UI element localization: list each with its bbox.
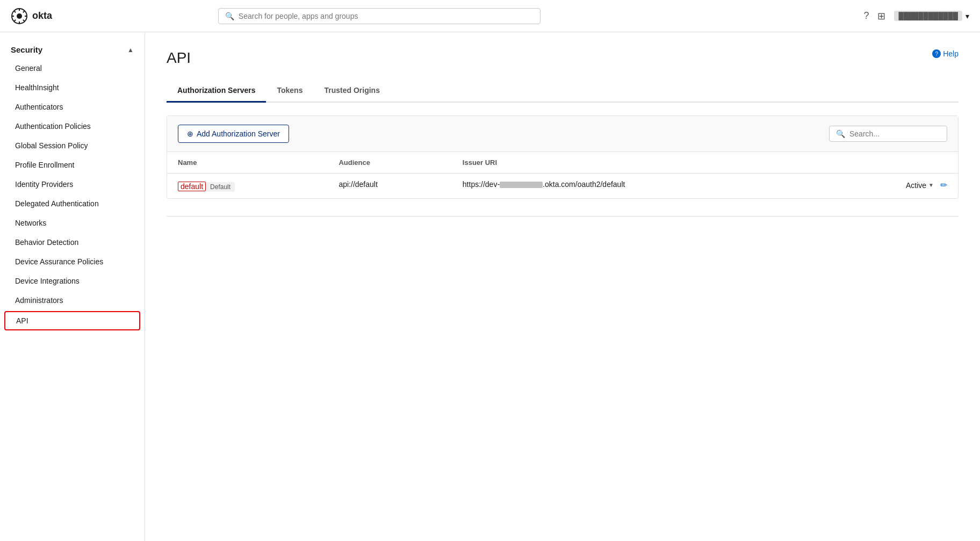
svg-line-6 [23, 19, 25, 21]
status-caret-icon: ▼ [928, 182, 934, 188]
okta-logo-icon [11, 8, 28, 25]
search-icon: 🔍 [225, 12, 234, 20]
col-name: Name [167, 152, 328, 174]
global-search[interactable]: 🔍 [218, 8, 541, 24]
col-status [829, 152, 958, 174]
sidebar-item-global-session-policy[interactable]: Global Session Policy [0, 136, 145, 155]
user-display-name: ████████████ [894, 11, 962, 21]
table-search[interactable]: 🔍 [829, 126, 947, 142]
cell-status: Active ▼ ✏ [829, 174, 958, 199]
sidebar-item-authenticators[interactable]: Authenticators [0, 97, 145, 117]
help-circle-icon: ? [932, 49, 941, 58]
table-area: ⊕ Add Authorization Server 🔍 Name Audien… [167, 116, 959, 199]
help-icon-button[interactable]: ? [863, 10, 869, 21]
status-cell: Active ▼ ✏ [840, 180, 947, 190]
tab-trusted-origins[interactable]: Trusted Origins [313, 80, 390, 103]
bottom-divider [167, 216, 959, 217]
sidebar-item-administrators[interactable]: Administrators [0, 291, 145, 310]
plus-icon: ⊕ [187, 129, 193, 138]
table-search-icon: 🔍 [836, 129, 845, 138]
tab-tokens[interactable]: Tokens [266, 80, 313, 103]
sidebar-item-profile-enrollment[interactable]: Profile Enrollment [0, 155, 145, 175]
svg-line-8 [14, 19, 16, 21]
page-title: API [167, 49, 191, 67]
sidebar-item-networks[interactable]: Networks [0, 213, 145, 233]
page-header: API ? Help [167, 49, 959, 67]
sidebar-chevron-icon: ▲ [127, 46, 134, 54]
server-name-link[interactable]: default [178, 182, 206, 191]
help-link[interactable]: ? Help [932, 49, 959, 58]
table-header-row: Name Audience Issuer URI [167, 152, 958, 174]
user-menu[interactable]: ████████████ ▾ [894, 11, 969, 21]
table-toolbar: ⊕ Add Authorization Server 🔍 [167, 116, 958, 152]
table-search-input[interactable] [849, 129, 940, 138]
authorization-servers-table: Name Audience Issuer URI defaultDefaulta… [167, 152, 958, 198]
help-link-label: Help [943, 49, 959, 58]
apps-grid-button[interactable]: ⊞ [877, 10, 885, 22]
table-row: defaultDefaultapi://defaulthttps://dev- … [167, 174, 958, 199]
sidebar: Security ▲ GeneralHealthInsightAuthentic… [0, 32, 145, 541]
add-btn-label: Add Authorization Server [197, 129, 280, 138]
svg-point-9 [17, 13, 22, 19]
sidebar-item-general[interactable]: General [0, 59, 145, 78]
sidebar-item-authentication-policies[interactable]: Authentication Policies [0, 117, 145, 136]
sidebar-item-device-assurance-policies[interactable]: Device Assurance Policies [0, 252, 145, 271]
cell-issuer-uri: https://dev- .okta.com/oauth2/default [452, 174, 829, 199]
sidebar-section-security[interactable]: Security ▲ [0, 41, 145, 59]
sidebar-item-delegated-authentication[interactable]: Delegated Authentication [0, 194, 145, 213]
main-content: API ? Help Authorization ServersTokensTr… [145, 32, 980, 541]
sidebar-item-healthinsight[interactable]: HealthInsight [0, 78, 145, 97]
svg-line-5 [14, 11, 16, 12]
cell-name: defaultDefault [167, 174, 328, 199]
sidebar-item-behavior-detection[interactable]: Behavior Detection [0, 233, 145, 252]
sidebar-section-title-text: Security [11, 45, 42, 54]
cell-audience: api://default [328, 174, 451, 199]
topnav: okta 🔍 ? ⊞ ████████████ ▾ [0, 0, 980, 32]
add-authorization-server-button[interactable]: ⊕ Add Authorization Server [178, 125, 289, 143]
sidebar-item-identity-providers[interactable]: Identity Providers [0, 175, 145, 194]
col-issuer-uri: Issuer URI [452, 152, 829, 174]
status-label: Active [906, 181, 926, 190]
logo-text: okta [32, 10, 52, 21]
tabs-bar: Authorization ServersTokensTrusted Origi… [167, 80, 959, 103]
edit-icon[interactable]: ✏ [940, 180, 947, 190]
sidebar-item-device-integrations[interactable]: Device Integrations [0, 271, 145, 291]
sidebar-item-api[interactable]: API [4, 311, 140, 330]
user-menu-chevron-icon: ▾ [965, 12, 969, 20]
tab-authorization-servers[interactable]: Authorization Servers [167, 80, 266, 103]
issuer-uri-text: https://dev- .okta.com/oauth2/default [463, 180, 625, 189]
default-badge: Default [206, 182, 235, 192]
topnav-right: ? ⊞ ████████████ ▾ [863, 10, 969, 22]
main-layout: Security ▲ GeneralHealthInsightAuthentic… [0, 32, 980, 541]
svg-line-7 [23, 11, 25, 12]
status-active[interactable]: Active ▼ [906, 181, 934, 190]
col-audience: Audience [328, 152, 451, 174]
search-input[interactable] [239, 12, 534, 20]
okta-logo[interactable]: okta [11, 8, 52, 25]
